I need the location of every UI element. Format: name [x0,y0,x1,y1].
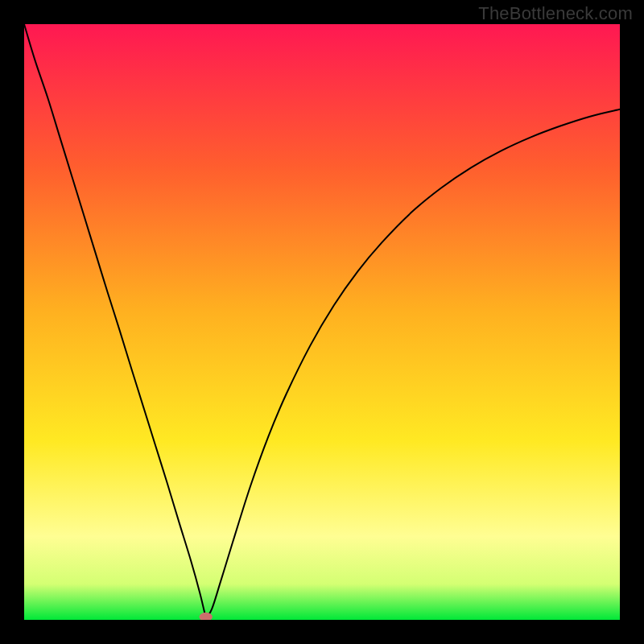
chart-frame: { "watermark": "TheBottleneck.com", "col… [0,0,644,644]
watermark-text: TheBottleneck.com [478,3,633,24]
bottleneck-curve-chart [24,24,620,620]
gradient-background [24,24,620,620]
